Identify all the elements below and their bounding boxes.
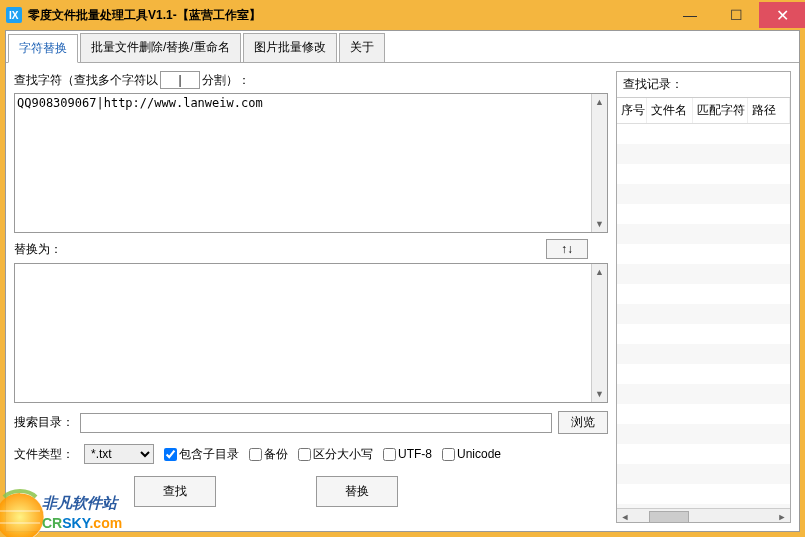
results-title: 查找记录： <box>617 72 790 97</box>
replace-textarea[interactable] <box>15 264 607 402</box>
find-label-prefix: 查找字符（查找多个字符以 <box>14 72 158 89</box>
tab-image-batch[interactable]: 图片批量修改 <box>243 33 337 62</box>
window-title: 零度文件批量处理工具V1.1-【蓝营工作室】 <box>28 7 667 24</box>
close-button[interactable]: ✕ <box>759 2 805 28</box>
tab-about[interactable]: 关于 <box>339 33 385 62</box>
minimize-button[interactable]: — <box>667 2 713 28</box>
svg-text:IX: IX <box>9 10 19 21</box>
search-dir-input[interactable] <box>80 413 552 433</box>
chk-include-sub[interactable]: 包含子目录 <box>164 446 239 463</box>
chk-case-box[interactable] <box>298 448 311 461</box>
replace-button[interactable]: 替换 <box>316 476 398 507</box>
find-label-row: 查找字符（查找多个字符以 分割）： <box>14 71 608 89</box>
results-hscroll[interactable]: ◄► <box>617 508 790 522</box>
find-textarea[interactable] <box>15 94 607 232</box>
find-textarea-wrap: ▲▼ <box>14 93 608 233</box>
maximize-button[interactable]: ☐ <box>713 2 759 28</box>
delimiter-input[interactable] <box>160 71 200 89</box>
browse-button[interactable]: 浏览 <box>558 411 608 434</box>
col-path[interactable]: 路径 <box>748 98 790 123</box>
swap-button[interactable]: ↑↓ <box>546 239 588 259</box>
col-filename[interactable]: 文件名 <box>647 98 693 123</box>
chk-backup[interactable]: 备份 <box>249 446 288 463</box>
replace-scrollbar[interactable]: ▲▼ <box>591 264 607 402</box>
chk-backup-box[interactable] <box>249 448 262 461</box>
results-table: 序号 文件名 匹配字符 路径 ◄► <box>617 97 790 522</box>
results-rows <box>617 124 790 508</box>
results-header: 序号 文件名 匹配字符 路径 <box>617 98 790 124</box>
chk-utf8-box[interactable] <box>383 448 396 461</box>
replace-label: 替换为： <box>14 241 62 258</box>
find-label-suffix: 分割）： <box>202 72 250 89</box>
tab-bar: 字符替换 批量文件删除/替换/重命名 图片批量修改 关于 <box>6 31 799 63</box>
chk-unicode-box[interactable] <box>442 448 455 461</box>
tab-batch-file[interactable]: 批量文件删除/替换/重命名 <box>80 33 241 62</box>
find-scrollbar[interactable]: ▲▼ <box>591 94 607 232</box>
tab-char-replace[interactable]: 字符替换 <box>8 34 78 63</box>
filetype-label: 文件类型： <box>14 446 74 463</box>
replace-textarea-wrap: ▲▼ <box>14 263 608 403</box>
search-dir-label: 搜索目录： <box>14 414 74 431</box>
chk-utf8[interactable]: UTF-8 <box>383 447 432 461</box>
app-icon: IX <box>6 7 22 23</box>
chk-unicode[interactable]: Unicode <box>442 447 501 461</box>
col-match[interactable]: 匹配字符 <box>693 98 748 123</box>
chk-include-sub-box[interactable] <box>164 448 177 461</box>
find-button[interactable]: 查找 <box>134 476 216 507</box>
titlebar: IX 零度文件批量处理工具V1.1-【蓝营工作室】 — ☐ ✕ <box>0 0 805 30</box>
chk-case[interactable]: 区分大小写 <box>298 446 373 463</box>
filetype-select[interactable]: *.txt <box>84 444 154 464</box>
col-index[interactable]: 序号 <box>617 98 647 123</box>
